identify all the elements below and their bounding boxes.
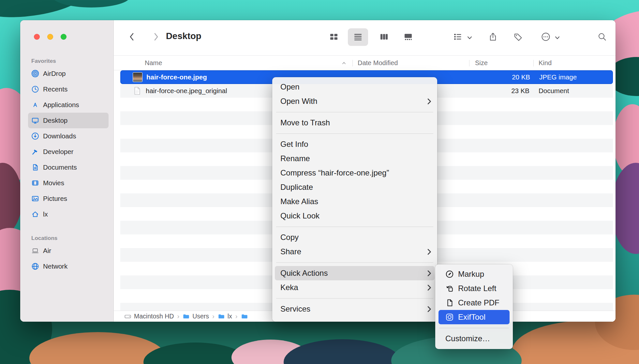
- chevron-left-icon: [130, 34, 133, 40]
- search-icon: [597, 32, 607, 42]
- path-item-partial[interactable]: [241, 313, 251, 320]
- group-button[interactable]: [453, 32, 463, 42]
- menu-item-share[interactable]: Share: [272, 245, 437, 259]
- folder-icon: [218, 313, 225, 320]
- column-divider[interactable]: [352, 60, 353, 66]
- column-header-kind[interactable]: Kind: [539, 59, 552, 67]
- menu-separator: [272, 295, 437, 302]
- file-name: hair-force-one.jpeg_original: [146, 87, 227, 95]
- chevron-down-icon: [556, 37, 559, 39]
- grid-view-button[interactable]: [329, 32, 339, 42]
- column-header-size[interactable]: Size: [475, 59, 488, 67]
- menu-item-rename[interactable]: Rename: [272, 151, 437, 166]
- columns-view-icon: [379, 32, 389, 42]
- menu-item-duplicate[interactable]: Duplicate: [272, 180, 437, 194]
- sidebar-item-downloads[interactable]: Downloads: [28, 128, 109, 144]
- globe-icon: [31, 262, 39, 270]
- quick-actions-submenu: Markup Rotate Left Create PDF ExifTool C…: [435, 264, 513, 349]
- path-separator-icon: ›: [235, 313, 238, 320]
- disk-icon: [124, 313, 131, 320]
- search-button[interactable]: [597, 32, 607, 42]
- grid-view-icon: [329, 32, 339, 42]
- path-separator-icon: ›: [177, 313, 179, 320]
- sidebar-item-pictures[interactable]: Pictures: [28, 191, 109, 206]
- menu-item-keka[interactable]: Keka: [272, 280, 437, 295]
- column-header-date-modified[interactable]: Date Modified: [358, 59, 398, 67]
- traffic-lights: [34, 34, 67, 40]
- back-button[interactable]: [127, 32, 137, 42]
- menu-item-label: Duplicate: [280, 183, 313, 192]
- submenu-item-exiftool[interactable]: ExifTool: [438, 310, 510, 324]
- hammer-icon: [31, 148, 39, 156]
- group-chevron[interactable]: [467, 35, 472, 39]
- submenu-arrow-icon: [427, 284, 431, 291]
- menu-item-label: Quick Look: [280, 211, 320, 220]
- sidebar-item-label: Air: [43, 247, 51, 255]
- menu-separator: [272, 259, 437, 266]
- tag-button[interactable]: [513, 32, 523, 42]
- list-view-icon: [353, 32, 363, 42]
- sidebar-item-network[interactable]: Network: [28, 259, 109, 274]
- sidebar-item-air[interactable]: Air: [28, 243, 109, 259]
- sidebar: Favorites AirDrop Recents Applications D…: [20, 20, 114, 322]
- group-icon: [453, 32, 463, 42]
- menu-item-make-alias[interactable]: Make Alias: [272, 194, 437, 209]
- sidebar-item-developer[interactable]: Developer: [28, 144, 109, 160]
- sidebar-item-desktop[interactable]: Desktop: [28, 113, 109, 128]
- menu-item-open-with[interactable]: Open With: [272, 94, 437, 108]
- sidebar-item-documents[interactable]: Documents: [28, 160, 109, 175]
- menu-item-services[interactable]: Services: [272, 302, 437, 316]
- column-header-name[interactable]: Name: [145, 59, 162, 67]
- column-divider[interactable]: [469, 60, 469, 66]
- columns-view-button[interactable]: [379, 32, 389, 42]
- toolbar: Desktop: [114, 20, 616, 55]
- file-name: hair-force-one.jpeg: [146, 73, 207, 81]
- path-item-label: Users: [192, 313, 209, 320]
- close-button[interactable]: [34, 34, 40, 40]
- path-item-lx[interactable]: lx: [218, 313, 232, 320]
- menu-item-quick-actions[interactable]: Quick Actions: [275, 266, 435, 280]
- path-item-macintosh-hd[interactable]: Macintosh HD: [124, 313, 174, 320]
- sidebar-item-label: Recents: [43, 85, 67, 93]
- menu-item-open[interactable]: Open: [272, 80, 437, 94]
- zoom-button[interactable]: [61, 34, 67, 40]
- sidebar-item-label: Downloads: [43, 132, 76, 140]
- minimize-button[interactable]: [47, 34, 53, 40]
- sidebar-item-label: Pictures: [43, 195, 67, 203]
- submenu-item-markup[interactable]: Markup: [435, 267, 513, 281]
- sidebar-item-movies[interactable]: Movies: [28, 175, 109, 191]
- column-divider[interactable]: [533, 60, 534, 66]
- submenu-item-create-pdf[interactable]: Create PDF: [435, 296, 513, 310]
- sidebar-item-lx[interactable]: lx: [28, 206, 109, 222]
- menu-item-label: Copy: [280, 233, 299, 242]
- gallery-view-button[interactable]: [403, 32, 413, 42]
- more-button[interactable]: [541, 32, 551, 42]
- more-chevron[interactable]: [555, 35, 560, 39]
- path-separator-icon: ›: [212, 313, 215, 320]
- sidebar-item-label: lx: [43, 210, 48, 218]
- menu-item-quick-look[interactable]: Quick Look: [272, 209, 437, 223]
- submenu-item-label: Rotate Left: [458, 284, 496, 293]
- sidebar-item-recents[interactable]: Recents: [28, 81, 109, 97]
- submenu-item-rotate-left[interactable]: Rotate Left: [435, 281, 513, 296]
- share-button[interactable]: [488, 32, 498, 42]
- list-view-button[interactable]: [353, 32, 363, 42]
- menu-item-compress[interactable]: Compress “hair-force-one.jpeg”: [272, 166, 437, 180]
- sidebar-item-applications[interactable]: Applications: [28, 97, 109, 113]
- exiftool-app-icon: [445, 313, 454, 321]
- menu-separator: [272, 223, 437, 230]
- file-kind: Document: [539, 87, 569, 95]
- menu-item-copy[interactable]: Copy: [272, 230, 437, 245]
- submenu-item-customize[interactable]: Customize…: [435, 331, 513, 346]
- clock-icon: [31, 85, 39, 93]
- image-thumbnail: [133, 72, 142, 82]
- menu-item-label: Get Info: [280, 140, 308, 149]
- sidebar-item-airdrop[interactable]: AirDrop: [28, 66, 109, 81]
- submenu-item-label: Create PDF: [458, 298, 499, 307]
- menu-item-get-info[interactable]: Get Info: [272, 137, 437, 151]
- path-item-users[interactable]: Users: [183, 313, 209, 320]
- forward-button[interactable]: [151, 32, 161, 42]
- sidebar-item-label: Network: [43, 262, 67, 270]
- file-kind: JPEG image: [539, 73, 577, 81]
- menu-item-move-to-trash[interactable]: Move to Trash: [272, 116, 437, 130]
